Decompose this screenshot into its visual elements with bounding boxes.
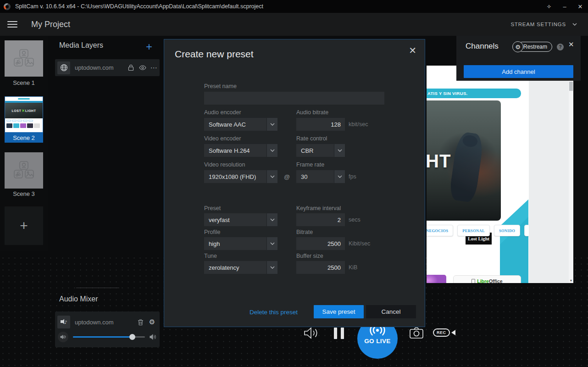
audio-bitrate-unit: kbit/sec xyxy=(349,121,368,128)
window-title: SplitCam v. 10.6.54 x64 - C:\Users\WDAGU… xyxy=(15,3,263,10)
layer-name: uptodown.com xyxy=(75,64,125,71)
profile-label: Profile xyxy=(204,229,220,235)
scenes-sidebar: Scene 1 LOST✕LIGHT Scene 2 xyxy=(0,36,48,251)
pause-button[interactable] xyxy=(334,328,344,339)
video-encoder-select[interactable]: Software H.264 xyxy=(204,144,277,157)
volume-fill xyxy=(73,336,132,338)
toggle-visibility-button[interactable] xyxy=(137,61,148,74)
chevron-down-icon xyxy=(270,149,275,152)
audio-bitrate-label: Audio bitrate xyxy=(296,109,328,116)
speaker-muted-icon xyxy=(60,334,66,339)
chevron-down-icon xyxy=(338,149,342,152)
chevron-down-icon xyxy=(270,175,275,178)
video-encoder-value: Software H.264 xyxy=(204,144,266,157)
mute-button[interactable] xyxy=(58,332,68,342)
scene-1-thumbnail[interactable] xyxy=(5,40,43,77)
volume-slider[interactable] xyxy=(73,336,145,338)
help-icon[interactable]: ? xyxy=(557,44,564,50)
frame-rate-select[interactable]: 30 xyxy=(296,170,345,183)
mini-hero-text2: LIGHT xyxy=(25,109,36,112)
keyframe-interval-input[interactable] xyxy=(296,213,345,226)
close-channels-icon[interactable]: ✕ xyxy=(568,40,574,49)
splitcam-app: SplitCam v. 10.6.54 x64 - C:\Users\WDAGU… xyxy=(0,0,588,367)
audio-mixer-card: ♪ uptodown.com ⚙ xyxy=(55,311,160,347)
bitrate-input[interactable] xyxy=(296,237,345,250)
at-symbol: @ xyxy=(284,173,290,180)
scene-placeholder-icon xyxy=(13,49,34,68)
scene-1-label[interactable]: Scene 1 xyxy=(0,79,48,86)
bitrate-unit: Kibit/sec xyxy=(349,240,370,247)
chevron-down-icon xyxy=(572,23,577,26)
video-resolution-select[interactable]: 1920x1080 (FHD) xyxy=(204,170,277,183)
hero-character xyxy=(449,131,484,203)
close-window-button[interactable]: ✕ xyxy=(572,0,588,13)
category-chip[interactable]: SONIDO xyxy=(494,225,520,236)
scrollbar-thumb[interactable] xyxy=(569,82,573,91)
cancel-button[interactable]: Cancel xyxy=(366,305,416,318)
restream-button[interactable]: ⚙ Restream xyxy=(517,42,552,52)
delete-preset-link[interactable]: Delete this preset xyxy=(250,309,298,316)
office-text: Office xyxy=(489,278,503,283)
buffer-size-input[interactable] xyxy=(296,261,345,274)
rate-control-label: Rate control xyxy=(296,135,327,142)
menu-icon[interactable] xyxy=(7,21,17,28)
buffer-size-unit: KiB xyxy=(349,264,357,271)
preset-name-input[interactable] xyxy=(204,92,384,105)
close-dialog-icon[interactable]: ✕ xyxy=(407,43,418,58)
audio-encoder-select[interactable]: Software AAC xyxy=(204,118,277,131)
category-chip[interactable]: PERSONAL xyxy=(457,225,490,236)
speaker-waves-icon xyxy=(304,327,319,339)
stream-settings-button[interactable]: STREAM SETTINGS xyxy=(510,22,577,27)
preview-hero-image: HT Lost Light xyxy=(427,100,501,221)
video-resolution-label: Video resolution xyxy=(204,161,245,168)
profile-select[interactable]: high xyxy=(204,237,277,250)
frame-rate-unit: fps xyxy=(349,173,356,180)
media-layers-panel: Media Layers + uptodown.com ⋯ Audio Mixe… xyxy=(48,36,165,367)
media-layer-row[interactable]: uptodown.com ⋯ xyxy=(55,59,160,76)
keyframe-interval-unit: secs xyxy=(349,217,361,223)
minimize-button[interactable]: – xyxy=(557,0,572,13)
frame-rate-value: 30 xyxy=(296,170,334,183)
mixer-channel-name: uptodown.com xyxy=(75,319,135,326)
audio-bitrate-input[interactable] xyxy=(296,118,345,131)
lock-layer-button[interactable] xyxy=(125,61,137,74)
media-layers-title: Media Layers xyxy=(59,41,103,50)
svg-text:♪: ♪ xyxy=(64,320,67,325)
rate-control-value: CBR xyxy=(296,144,334,157)
chevron-down-icon xyxy=(270,242,275,245)
scene-2-thumbnail[interactable]: LOST✕LIGHT xyxy=(5,96,43,133)
audio-mixer-title: Audio Mixer xyxy=(59,295,98,303)
add-channel-button[interactable]: Add channel xyxy=(464,65,573,78)
scroll-down-arrow-icon[interactable]: ▼ xyxy=(569,279,573,282)
add-scene-button[interactable]: + xyxy=(5,206,43,245)
category-chip[interactable]: NEGOCIOS xyxy=(427,225,453,236)
libre-text: Libre xyxy=(477,278,489,283)
scene-2-webpage-preview: LOST✕LIGHT xyxy=(5,96,43,133)
gear-icon: ⚙ xyxy=(149,318,155,326)
preset-value: veryfast xyxy=(204,213,266,226)
tune-select[interactable]: zerolatency xyxy=(204,261,277,274)
volume-knob[interactable] xyxy=(129,334,135,340)
project-title: My Project xyxy=(31,20,70,29)
scene-2-label-selected[interactable]: Scene 2 xyxy=(5,133,43,143)
window-titlebar: SplitCam v. 10.6.54 x64 - C:\Users\WDAGU… xyxy=(0,0,588,13)
pin-window-icon[interactable]: ✧ xyxy=(541,0,557,13)
preview-scrollbar[interactable]: ▼ xyxy=(569,69,573,283)
delete-audio-button[interactable] xyxy=(135,316,146,328)
audio-encoder-value: Software AAC xyxy=(204,118,266,131)
audio-output-button[interactable] xyxy=(304,327,319,339)
layer-more-button[interactable]: ⋯ xyxy=(148,61,160,74)
record-button[interactable]: REC xyxy=(433,328,455,337)
ellipsis-icon: ⋯ xyxy=(150,64,158,72)
audio-settings-button[interactable]: ⚙ xyxy=(146,316,158,328)
rate-control-select[interactable]: CBR xyxy=(296,144,345,157)
scene-3-label[interactable]: Scene 3 xyxy=(0,190,48,197)
audio-source-icon: ♪ xyxy=(57,316,70,328)
save-preset-button[interactable]: Save preset xyxy=(314,305,364,318)
scene-3-thumbnail[interactable] xyxy=(5,152,43,189)
snapshot-button[interactable] xyxy=(409,327,424,339)
keyframe-interval-label: Keyframe interval xyxy=(296,205,341,211)
preset-select[interactable]: veryfast xyxy=(204,213,277,226)
add-layer-button[interactable]: + xyxy=(146,42,152,51)
chevron-down-icon xyxy=(270,218,275,221)
